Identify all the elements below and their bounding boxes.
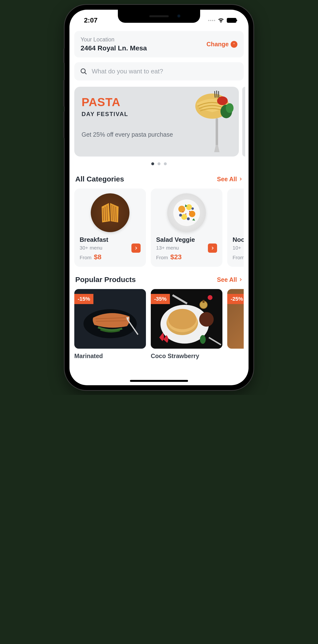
svg-line-9 xyxy=(217,90,217,98)
svg-point-5 xyxy=(217,96,228,105)
location-card: Your Location 2464 Royal Ln. Mesa Change xyxy=(74,31,244,58)
chevron-right-icon xyxy=(238,177,243,181)
svg-line-8 xyxy=(215,91,215,98)
svg-point-40 xyxy=(200,335,206,344)
svg-marker-11 xyxy=(102,203,110,222)
svg-marker-3 xyxy=(214,145,220,152)
product-name: Coco Strawberry xyxy=(151,352,222,360)
product-card[interactable]: -15% Marinated xyxy=(74,289,146,360)
dot-1[interactable] xyxy=(151,162,154,165)
category-card-noodles[interactable]: Noodles 10+ From xyxy=(227,188,244,267)
svg-point-36 xyxy=(168,309,196,329)
category-row[interactable]: Breakfast 30+ menu From $8 xyxy=(74,188,244,267)
category-name: Salad Veggie xyxy=(156,236,217,244)
salad-image xyxy=(167,193,206,232)
svg-line-43 xyxy=(209,338,221,345)
search-bar[interactable] xyxy=(74,62,244,80)
svg-point-37 xyxy=(199,312,214,326)
compass-icon xyxy=(231,41,237,48)
dot-3[interactable] xyxy=(164,162,167,165)
svg-line-10 xyxy=(219,91,219,98)
change-label: Change xyxy=(206,41,229,48)
search-input[interactable] xyxy=(92,68,238,75)
phone-frame: 2:07 Your Location 2464 Royal Ln. Mesa C… xyxy=(65,5,253,390)
popular-title: Popular Products xyxy=(75,276,136,284)
product-card[interactable]: -35% Coco Strawberry xyxy=(151,289,222,360)
product-image: -25% xyxy=(227,289,244,349)
banner-carousel[interactable]: PASTA DAY FESTIVAL Get 25% off every pas… xyxy=(74,87,244,156)
category-arrow-button[interactable] xyxy=(208,244,217,253)
dot-2[interactable] xyxy=(158,162,160,165)
svg-point-21 xyxy=(186,204,192,210)
categories-title: All Categories xyxy=(75,175,124,183)
popular-see-all-button[interactable]: See All xyxy=(217,276,243,283)
breakfast-image xyxy=(91,193,129,232)
category-from-price: From $23 xyxy=(156,253,217,261)
category-from-price: From xyxy=(233,253,244,261)
product-image-salmon: -15% xyxy=(74,289,146,349)
change-location-button[interactable]: Change xyxy=(206,41,237,48)
svg-point-23 xyxy=(181,214,187,220)
category-menu-count: 10+ xyxy=(233,245,244,251)
notch xyxy=(118,10,200,23)
product-image-pancake: -35% xyxy=(151,289,222,349)
chevron-right-icon xyxy=(210,246,215,250)
status-time: 2:07 xyxy=(84,16,97,24)
discount-badge: -15% xyxy=(74,294,93,304)
svg-line-14 xyxy=(105,207,105,221)
product-row[interactable]: -15% Marinated xyxy=(74,289,244,360)
cellular-icon xyxy=(208,20,215,21)
category-card-breakfast[interactable]: Breakfast 30+ menu From $8 xyxy=(74,188,146,267)
svg-line-18 xyxy=(116,207,116,222)
category-card-salad[interactable]: Salad Veggie 13+ menu From $23 xyxy=(151,188,222,267)
svg-line-44 xyxy=(173,295,187,304)
svg-rect-39 xyxy=(203,300,205,303)
category-name: Breakfast xyxy=(80,236,141,244)
svg-point-25 xyxy=(191,208,194,210)
category-from-price: From $8 xyxy=(80,253,141,261)
search-icon xyxy=(80,68,87,75)
product-name: Marinated xyxy=(74,352,146,360)
chevron-right-icon xyxy=(238,278,243,282)
svg-point-7 xyxy=(226,103,234,113)
svg-point-29 xyxy=(185,214,186,214)
promo-banner[interactable]: PASTA DAY FESTIVAL Get 25% off every pas… xyxy=(74,87,239,156)
category-name: Noodles xyxy=(233,236,244,244)
categories-see-all-button[interactable]: See All xyxy=(217,176,243,183)
svg-point-24 xyxy=(179,214,182,216)
wifi-icon xyxy=(218,18,224,23)
svg-line-17 xyxy=(114,206,114,221)
svg-line-16 xyxy=(112,205,112,221)
svg-point-28 xyxy=(189,211,190,212)
pasta-fork-image xyxy=(186,89,234,152)
svg-line-1 xyxy=(85,72,86,74)
location-address: 2464 Royal Ln. Mesa xyxy=(81,44,147,52)
svg-point-0 xyxy=(81,68,85,73)
screen: 2:07 Your Location 2464 Royal Ln. Mesa C… xyxy=(69,10,249,385)
svg-line-13 xyxy=(103,208,104,221)
svg-point-42 xyxy=(208,295,213,300)
category-arrow-button[interactable] xyxy=(131,244,141,253)
discount-badge: -25% xyxy=(227,294,244,304)
home-indicator[interactable] xyxy=(130,380,188,382)
svg-line-15 xyxy=(107,206,107,221)
svg-point-26 xyxy=(187,217,190,220)
discount-badge: -35% xyxy=(151,294,170,304)
product-card[interactable]: -25% xyxy=(227,289,244,360)
carousel-dots[interactable] xyxy=(74,162,244,165)
svg-point-19 xyxy=(173,200,200,226)
chevron-right-icon xyxy=(134,246,138,250)
battery-icon xyxy=(227,18,237,23)
svg-point-20 xyxy=(178,206,185,212)
banner-peek xyxy=(242,87,245,156)
location-label: Your Location xyxy=(81,36,147,43)
svg-point-27 xyxy=(182,212,183,212)
